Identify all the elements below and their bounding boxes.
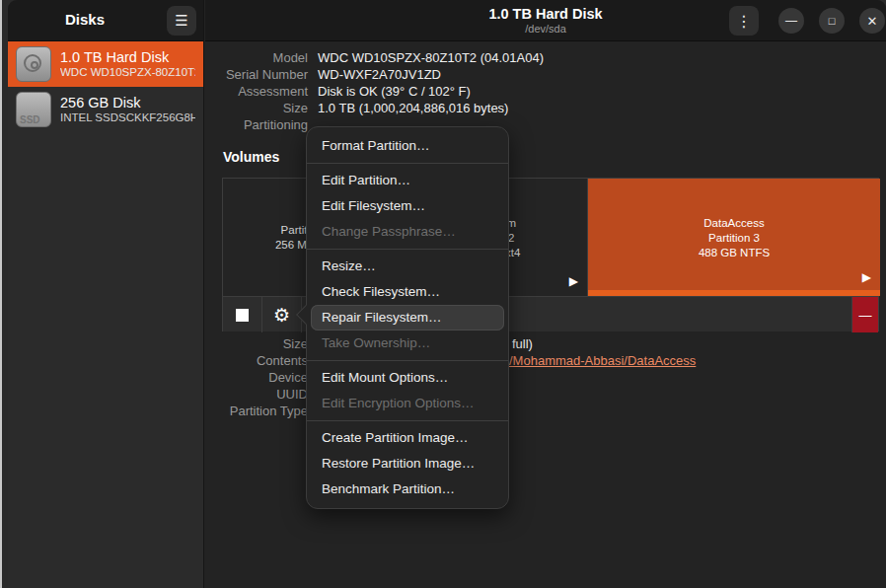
gear-icon: ⚙: [273, 304, 290, 327]
menu-separator: [307, 420, 508, 421]
menu-item-repair-filesystem[interactable]: Repair Filesystem…: [311, 305, 504, 331]
disk-subtitle: INTEL SSDSCKKF256G8H: [60, 111, 195, 124]
menu-item-edit-encryption-options: Edit Encryption Options…: [307, 391, 508, 416]
disk-title: 1.0 TB Hard Disk: [60, 49, 195, 66]
disk-title: 256 GB Disk: [60, 95, 195, 111]
sidebar: Disks ☰ 1.0 TB Hard Disk WDC WD10SPZX-80…: [8, 0, 204, 588]
minimize-icon: —: [785, 14, 797, 28]
info-row-assessment: Assessment Disk is OK (39° C / 102° F): [205, 83, 886, 100]
hard-disk-icon: [16, 46, 51, 82]
mounted-play-icon: ▶: [569, 274, 578, 288]
sidebar-headerbar: Disks ☰: [8, 0, 203, 41]
kebab-icon: ⋮: [736, 12, 752, 31]
minimize-button[interactable]: —: [778, 8, 804, 34]
menu-item-benchmark-partition[interactable]: Benchmark Partition…: [307, 477, 508, 502]
main-headerbar: 1.0 TB Hard Disk /dev/sda ⋮ — □ ✕: [205, 0, 886, 41]
close-button[interactable]: ✕: [859, 8, 885, 34]
ssd-badge: SSD: [20, 114, 40, 125]
sidebar-item-ssd[interactable]: SSD 256 GB Disk INTEL SSDSCKKF256G8H: [8, 87, 203, 132]
stop-icon: [236, 309, 249, 322]
delete-partition-button[interactable]: —: [851, 297, 878, 332]
volumes-heading: Volumes: [223, 149, 279, 165]
partition-context-menu: Format Partition… Edit Partition… Edit F…: [306, 126, 509, 509]
menu-item-create-partition-image[interactable]: Create Partition Image…: [307, 425, 508, 451]
menu-item-restore-partition-image[interactable]: Restore Partition Image…: [307, 451, 508, 477]
info-row-model: Model WDC WD10SPZX-80Z10T2 (04.01A04): [205, 49, 886, 66]
menu-item-edit-mount-options[interactable]: Edit Mount Options…: [307, 365, 508, 391]
info-row-serial: Serial Number WD-WXF2A70JV1ZD: [205, 66, 886, 83]
sidebar-item-hard-disk[interactable]: 1.0 TB Hard Disk WDC WD10SPZX-80Z10T2: [8, 41, 203, 87]
maximize-icon: □: [829, 15, 836, 27]
maximize-button[interactable]: □: [819, 8, 845, 34]
menu-item-format-partition[interactable]: Format Partition…: [307, 133, 508, 159]
hamburger-menu-button[interactable]: ☰: [167, 6, 196, 36]
menu-item-change-passphrase: Change Passphrase…: [307, 219, 508, 245]
mounted-play-icon: ▶: [862, 270, 871, 284]
partition-3-selected[interactable]: DataAccess Partition 3 488 GB NTFS ▶: [588, 179, 880, 296]
app-title: Disks: [8, 11, 162, 28]
menu-separator: [307, 163, 508, 164]
menu-item-edit-partition[interactable]: Edit Partition…: [307, 168, 508, 193]
gnome-disks-window: Disks ☰ 1.0 TB Hard Disk WDC WD10SPZX-80…: [8, 0, 886, 588]
menu-item-edit-filesystem[interactable]: Edit Filesystem…: [307, 193, 508, 219]
size-value-fragment: full): [512, 336, 533, 351]
minus-icon: —: [859, 308, 872, 323]
menu-item-check-filesystem[interactable]: Check Filesystem…: [307, 279, 508, 305]
close-icon: ✕: [867, 14, 878, 29]
menu-separator: [307, 360, 508, 361]
menu-item-take-ownership: Take Ownership…: [307, 331, 508, 356]
drive-info: Model WDC WD10SPZX-80Z10T2 (04.01A04) Se…: [205, 49, 886, 133]
info-row-size: Size 1.0 TB (1,000,204,886,016 bytes): [205, 100, 886, 116]
unmount-button[interactable]: [223, 297, 262, 332]
ssd-icon: SSD: [16, 92, 51, 127]
menu-separator: [307, 249, 508, 250]
hamburger-icon: ☰: [175, 12, 187, 30]
drive-menu-button[interactable]: ⋮: [729, 6, 759, 36]
background-strip: [0, 0, 8, 588]
menu-item-resize[interactable]: Resize…: [307, 254, 508, 279]
mount-point-link[interactable]: /Mohammad-Abbasi/DataAccess: [509, 353, 696, 368]
disk-subtitle: WDC WD10SPZX-80Z10T2: [60, 66, 195, 79]
